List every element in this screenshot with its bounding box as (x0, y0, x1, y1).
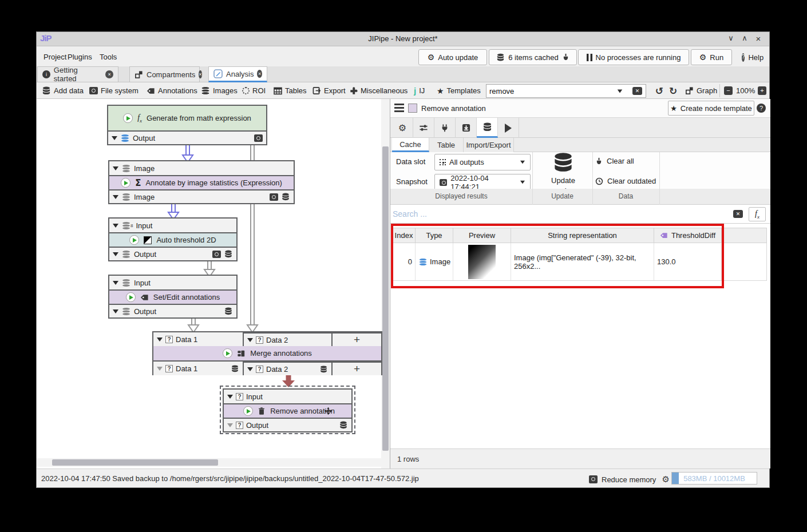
run-node-icon[interactable] (123, 113, 133, 123)
slot-output[interactable]: Output (108, 130, 266, 144)
close-tab-icon[interactable]: × (105, 70, 113, 78)
cache-search-input[interactable] (393, 207, 725, 221)
cache-icon[interactable] (281, 193, 290, 201)
run-button[interactable]: ⚙ Run (691, 49, 732, 65)
cache-preview-icon[interactable] (254, 134, 263, 142)
node-title-row[interactable]: fx Generate from math expression (108, 106, 266, 130)
menu-plugins[interactable]: Plugins (65, 51, 94, 62)
data-slot-combo[interactable]: All outputs (434, 154, 531, 170)
clear-search-icon[interactable]: ✕ (632, 87, 642, 95)
undo-button[interactable]: ↺ (655, 85, 663, 97)
node-auto-threshold-2d[interactable]: 8 Input Auto threshold 2D Output (108, 217, 238, 261)
graph-canvas[interactable]: fx Generate from math expression Output (37, 99, 390, 469)
zoom-in-button[interactable]: + (758, 85, 766, 97)
close-tab-icon[interactable]: × (257, 70, 262, 78)
create-node-template-button[interactable]: ★ Create node template (668, 101, 754, 116)
slot-input-image[interactable]: Image (109, 161, 294, 175)
node-title-row[interactable]: Set/Edit annotations (109, 289, 236, 304)
subtab-cache[interactable]: Cache (392, 138, 429, 152)
node-title-row[interactable]: Merge annotations (153, 346, 381, 360)
slot-output[interactable]: Output (109, 304, 236, 317)
run-node-icon[interactable] (129, 235, 139, 245)
cache-icon[interactable] (224, 307, 233, 315)
cache-icon[interactable] (231, 365, 239, 372)
close-button[interactable]: × (752, 34, 765, 44)
slot-input-data2[interactable]: ? Data 2 (244, 332, 333, 346)
node-search-box[interactable]: ✕ (486, 84, 646, 98)
slot-input-data1[interactable]: ? Data 1 (153, 332, 244, 346)
cache-icon[interactable] (224, 250, 233, 258)
image-preview[interactable] (468, 245, 496, 279)
graph-view-button[interactable]: Graph (685, 85, 717, 97)
file-system-button[interactable]: File system (89, 85, 139, 97)
col-string-representation[interactable]: String representation (511, 228, 654, 243)
miscellaneous-button[interactable]: Miscellaneous (350, 85, 408, 97)
node-remove-annotation[interactable]: ? Input Remove annotation ? Outp (223, 388, 353, 432)
cache-preview-icon[interactable] (270, 193, 278, 201)
help-button[interactable]: ? Help (736, 49, 769, 65)
subtab-table[interactable]: Table (429, 138, 464, 152)
memory-usage-bar[interactable]: 583MB / 10012MB (671, 472, 757, 485)
run-node-icon[interactable] (223, 348, 232, 358)
slot-menu-icon[interactable] (227, 395, 233, 399)
node-search-input[interactable] (489, 85, 612, 97)
subtab-import-export[interactable]: Import/Export (464, 138, 514, 152)
slot-input[interactable]: ? Input (224, 390, 351, 403)
zoom-out-button[interactable]: − (724, 85, 733, 97)
processes-button[interactable]: No processes are running (578, 49, 689, 65)
cache-icon[interactable] (319, 366, 328, 373)
tab-node-settings[interactable]: ⚙ (392, 118, 413, 138)
run-node-icon[interactable] (126, 292, 136, 302)
col-preview[interactable]: Preview (453, 228, 511, 243)
add-input-slot-button[interactable]: + (333, 332, 381, 346)
export-button[interactable]: Export (312, 85, 346, 97)
col-thresholddiff[interactable]: ThresholdDiff (654, 228, 722, 243)
gear-icon[interactable]: ⚙ (662, 474, 669, 485)
slot-output-data1[interactable]: ? Data 1 (153, 362, 244, 375)
slot-menu-icon[interactable] (247, 367, 253, 371)
slot-menu-icon[interactable] (113, 309, 118, 313)
slot-menu-icon[interactable] (113, 195, 118, 199)
menu-tools[interactable]: Tools (97, 51, 119, 62)
annotations-button[interactable]: Annotations (147, 85, 197, 97)
tab-inputs[interactable] (456, 118, 477, 138)
slot-menu-icon[interactable] (227, 423, 233, 427)
tab-analysis[interactable]: Analysis × (208, 66, 267, 82)
node-title-row[interactable]: Auto threshold 2D (109, 232, 236, 247)
filter-expression-button[interactable]: fx (749, 207, 766, 221)
minimize-button[interactable]: ∨ (725, 34, 737, 44)
node-generate-from-math-expression[interactable]: fx Generate from math expression Output (107, 105, 267, 145)
tab-getting-started[interactable]: i Getting started × (37, 66, 118, 82)
col-index[interactable]: Index (393, 228, 416, 243)
node-title-row[interactable]: Remove annotation (224, 403, 351, 418)
cell-preview[interactable] (453, 243, 511, 280)
search-dropdown-icon[interactable] (618, 90, 623, 93)
auto-update-button[interactable]: ⚙ Auto update (418, 49, 487, 65)
node-merge-annotations[interactable]: ? Data 1 ? Data 2 + Merge annotati (152, 331, 382, 375)
clear-outdated-button[interactable]: Clear outdated (595, 177, 656, 185)
tab-compartments[interactable]: Compartments × (129, 66, 200, 82)
slot-menu-icon[interactable] (113, 224, 118, 228)
run-node-icon[interactable] (243, 406, 253, 416)
slot-output[interactable]: Output (109, 247, 236, 260)
slot-output-image[interactable]: Image (109, 189, 294, 203)
add-output-slot-button[interactable]: + (333, 362, 381, 375)
slot-output[interactable]: ? Output (224, 418, 351, 431)
slot-menu-icon[interactable] (157, 338, 163, 342)
cache-icon[interactable] (339, 421, 348, 429)
run-node-icon[interactable] (121, 178, 130, 188)
slot-menu-icon[interactable] (113, 166, 118, 170)
node-annotate-by-image-statistics[interactable]: Image Σ Annotate by image statistics (Ex… (108, 160, 295, 204)
tab-run[interactable] (498, 118, 519, 138)
tab-cache[interactable] (477, 118, 498, 138)
add-data-button[interactable]: Add data (42, 85, 84, 97)
maximize-button[interactable]: ∧ (738, 34, 751, 44)
table-row[interactable]: 0 Image Image (img["Generated" (-39), 32… (392, 243, 767, 281)
slot-input[interactable]: 8 Input (109, 219, 236, 232)
images-button[interactable]: Images (201, 85, 238, 97)
tab-connections[interactable] (434, 118, 456, 138)
imagej-button[interactable]: j IJ (414, 85, 425, 97)
zoom-level[interactable]: 100% (736, 85, 755, 97)
slot-menu-icon[interactable] (247, 338, 253, 342)
tab-parameters[interactable] (413, 118, 434, 138)
